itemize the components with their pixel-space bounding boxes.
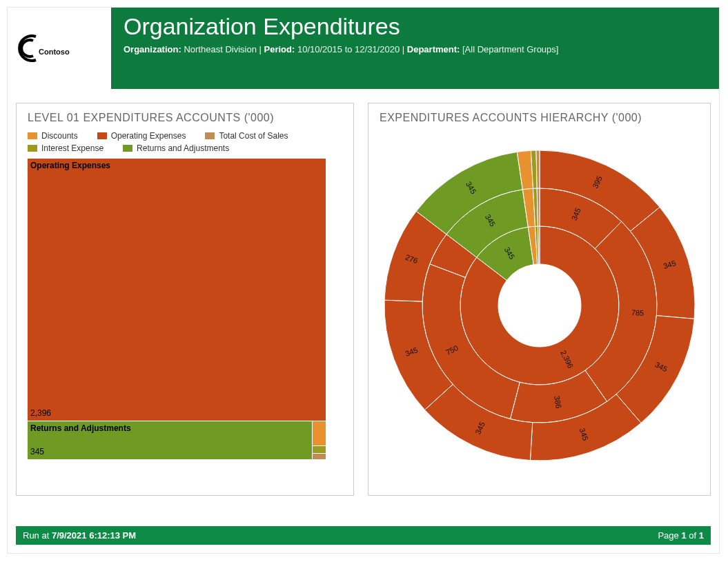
legend-swatch [97,132,107,139]
legend-swatch [123,145,132,152]
dept-value: [All Department Groups] [462,44,558,54]
card-sunburst: EXPENDITURES ACCOUNTS HIERARCHY ('000) 2… [368,103,711,496]
legend-label: Total Cost of Sales [219,131,288,141]
legend-swatch [28,132,37,139]
treemap-block-cost-of-sales[interactable] [313,454,326,459]
treemap-chart[interactable]: Operating Expenses 2,396 Returns and Adj… [28,159,326,459]
contoso-logo-icon: Contoso [15,31,104,66]
treemap-block-interest[interactable] [313,446,326,453]
period-value: 10/10/2015 to 12/31/2020 [297,44,400,54]
legend-label: Returns and Adjustments [137,143,229,153]
sunburst-title: EXPENDITURES ACCOUNTS HIERARCHY ('000) [374,109,705,130]
treemap-block-discounts[interactable] [313,421,326,445]
content-row: LEVEL 01 EXPENDITURES ACCOUNTS ('000) Di… [8,89,719,503]
svg-text:Contoso: Contoso [39,48,70,56]
legend-swatch [28,145,37,152]
legend-swatch [205,132,215,139]
legend-label: Discounts [41,131,78,141]
legend-item: Operating Expenses [97,131,186,141]
page-current: 1 [681,530,686,541]
page-of: of [689,530,696,541]
org-label: Organization: [124,44,181,54]
dept-label: Department: [407,44,460,54]
legend-item: Discounts [28,131,78,141]
logo: Contoso [8,8,111,89]
treemap-block-operating-expenses[interactable]: Operating Expenses 2,396 [28,159,326,421]
legend-item: Total Cost of Sales [205,131,288,141]
legend-label: Interest Expense [41,143,104,153]
card-treemap: LEVEL 01 EXPENDITURES ACCOUNTS ('000) Di… [16,103,354,496]
report-footer: Run at 7/9/2021 6:12:13 PM Page 1 of 1 [16,526,711,545]
sunburst-segment[interactable] [535,150,539,188]
page-total: 1 [699,530,704,541]
block-value: 345 [30,447,44,456]
block-label: Returns and Adjustments [28,421,312,435]
period-label: Period: [264,44,295,54]
treemap-title: LEVEL 01 EXPENDITURES ACCOUNTS ('000) [22,109,348,130]
legend-item: Interest Expense [28,143,104,153]
report-header: Contoso Organization Expenditures Organi… [8,8,719,89]
sunburst-chart[interactable]: 2,39634534578538675034539534534534534534… [377,143,702,468]
subtitle: Organization: Northeast Division | Perio… [124,44,707,54]
report-page: Contoso Organization Expenditures Organi… [7,7,720,554]
sunburst-value-label: 785 [631,308,644,317]
page-label: Page [658,530,678,541]
treemap-legend: DiscountsOperating ExpensesTotal Cost of… [22,130,348,159]
sunburst-segment[interactable] [537,188,540,226]
page-title: Organization Expenditures [124,13,707,40]
page-indicator: Page 1 of 1 [658,530,704,541]
org-value: Northeast Division [184,44,257,54]
legend-label: Operating Expenses [111,131,186,141]
run-value: 7/9/2021 6:12:13 PM [52,530,136,541]
treemap-block-returns[interactable]: Returns and Adjustments 345 [28,421,312,459]
run-label: Run at [23,530,49,541]
block-value: 2,396 [30,408,51,418]
run-timestamp: Run at 7/9/2021 6:12:13 PM [23,530,136,541]
block-label: Operating Expenses [28,159,326,172]
title-banner: Organization Expenditures Organization: … [111,8,719,89]
legend-item: Returns and Adjustments [123,143,229,153]
